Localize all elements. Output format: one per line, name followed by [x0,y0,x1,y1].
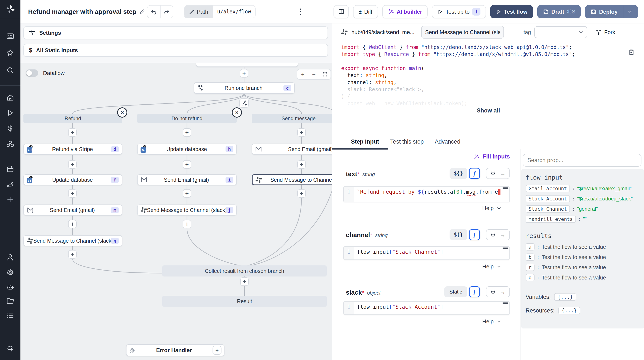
result-node[interactable]: Result [162,296,327,307]
flow-settings-card[interactable]: Settings [24,26,328,39]
fill-inputs-button[interactable]: Fill inputs [474,153,510,160]
tag-select[interactable] [534,26,587,38]
hub-script-path[interactable]: hub/849/slack/send_me... [352,29,414,36]
run-one-branch-node[interactable]: Run one branch c [194,82,295,94]
step-node-update-database-2[interactable]: TS Update database h [137,144,237,155]
user-icon[interactable] [5,252,15,262]
help-toggle[interactable]: Help [482,318,501,325]
resources-expand[interactable]: {...} [558,307,580,314]
help-toggle[interactable]: Help [482,205,501,212]
result-row[interactable]: r: Test the flow to see a value [526,264,640,271]
result-key[interactable]: o [526,274,534,281]
add-step-button[interactable]: + [68,160,77,169]
fit-view-button[interactable] [320,72,330,77]
docs-book-button[interactable] [334,5,349,18]
prop-key[interactable]: Slack Account [526,195,570,202]
add-error-handler-button[interactable]: + [212,346,222,355]
step-node-update-database[interactable]: TS Update database f [24,174,122,185]
flow-canvas[interactable]: Dataflow + − + Run one branch c Refund D… [20,63,332,360]
step-node-send-message-slack-selected[interactable]: Send Message to Channel (slack) [252,174,332,185]
prop-key[interactable]: Gmail Account [526,185,570,192]
path-value[interactable]: u/alex/flow [213,6,255,18]
connect-input-group[interactable]: → [486,286,510,297]
test-up-to-button[interactable]: Test up to l [432,5,486,18]
result-row[interactable]: b: Test the flow to see a value [526,254,640,261]
step-node-send-message-slack[interactable]: Send Message to Channel (slack) g [24,235,122,246]
zoom-out-button[interactable]: − [308,71,320,78]
prop-row[interactable]: Slack Account: "$res:u/alex/docu_slack" [526,195,640,202]
flow-input-node-partial[interactable] [196,63,298,67]
redo-button[interactable] [160,6,173,18]
connect-input-group[interactable]: → [486,168,510,179]
branch-header-refund[interactable]: Refund [24,114,122,123]
prop-key[interactable]: mandrill_events [526,216,576,223]
javascript-editor-chip[interactable]: f [469,229,480,240]
result-row[interactable]: o: Test the flow to see a value [526,274,640,281]
show-all-button[interactable]: Show all [332,107,644,114]
add-step-button[interactable]: + [68,220,77,228]
static-mode-chip[interactable]: Static [444,286,467,297]
template-expr-chip[interactable]: ${} [450,168,467,179]
prop-key[interactable]: Slack Channel [526,205,570,212]
edit-pencil-icon[interactable] [139,9,145,14]
help-toggle[interactable]: Help [482,263,501,270]
javascript-editor-chip[interactable]: f [469,286,480,297]
add-step-button[interactable]: + [240,277,249,286]
path-edit-button[interactable]: Path [184,6,213,18]
more-options-button[interactable] [296,8,304,16]
ai-robot-icon[interactable] [5,282,15,292]
javascript-editor-chip[interactable]: f [469,168,480,179]
search-prop-input[interactable] [522,154,642,166]
prop-row[interactable]: mandrill_events: "" [526,216,640,223]
dataflow-toggle[interactable] [26,70,38,77]
variables-row[interactable]: Variables: {...} [526,293,640,301]
diff-button[interactable]: ± Diff [353,5,378,18]
copy-code-icon[interactable] [628,49,635,57]
favorites-star-icon[interactable] [5,48,15,58]
result-key[interactable]: b [526,254,534,261]
branch-header-send-message[interactable]: Send message [252,114,332,123]
add-step-button[interactable]: + [297,128,306,137]
schedules-calendar-icon[interactable] [5,164,15,174]
step-node-send-email[interactable]: Send Email (gmail) m [24,204,122,216]
delete-branch-button[interactable]: × [232,107,242,118]
field-text-editor[interactable]: 1 `Refund request by ${results.a[0].msg.… [343,186,510,202]
runs-play-icon[interactable] [5,108,15,118]
tab-advanced[interactable]: Advanced [435,138,460,149]
error-handler-node[interactable]: Error Handler + [126,344,224,356]
add-step-button[interactable]: + [183,128,191,137]
variables-dollar-icon[interactable] [5,124,15,134]
add-step-button[interactable]: + [183,160,191,169]
add-step-button[interactable]: + [297,189,306,198]
step-node-send-email-3[interactable]: Send Email (gmail) [252,144,332,155]
step-node-refund-via-stripe[interactable]: TS Refund via Stripe d [24,144,122,155]
template-expr-chip[interactable]: ${} [450,229,467,240]
undo-button[interactable] [147,6,160,18]
prop-row[interactable]: Slack Channel: "general" [526,205,640,212]
collect-result-node[interactable]: Collect result from chosen branch [162,266,327,276]
step-name-input[interactable] [421,26,504,38]
add-icon[interactable] [5,194,15,204]
add-step-button[interactable]: + [240,69,248,78]
search-icon[interactable] [5,65,15,76]
resources-cubes-icon[interactable] [5,139,15,149]
logout-icon[interactable] [5,342,15,353]
add-step-button[interactable]: + [68,250,77,258]
routes-icon[interactable] [5,180,15,190]
add-step-button[interactable]: + [68,189,77,198]
result-row[interactable]: a: Test the flow to see a value [526,243,640,250]
deploy-button[interactable]: Deploy [585,5,638,18]
result-key[interactable]: a [526,243,534,250]
settings-gear-icon[interactable] [5,267,15,277]
all-static-inputs-card[interactable]: $ All Static Inputs [24,44,328,57]
code-editor[interactable]: import { WebClient } from "https://deno.… [341,44,575,107]
test-flow-button[interactable]: Test flow [490,5,533,18]
connect-input-group[interactable]: → [486,229,510,240]
field-slack-editor[interactable]: 1 flow_input["Slack Account"] [343,301,510,315]
draft-button[interactable]: Draft ⌘S [537,5,581,18]
add-step-button[interactable]: + [297,160,306,169]
branch-header-do-not-refund[interactable]: Do not refund [137,114,237,123]
chevron-down-icon[interactable] [628,9,632,14]
home-icon[interactable] [5,92,15,103]
add-step-button[interactable]: + [183,220,191,228]
